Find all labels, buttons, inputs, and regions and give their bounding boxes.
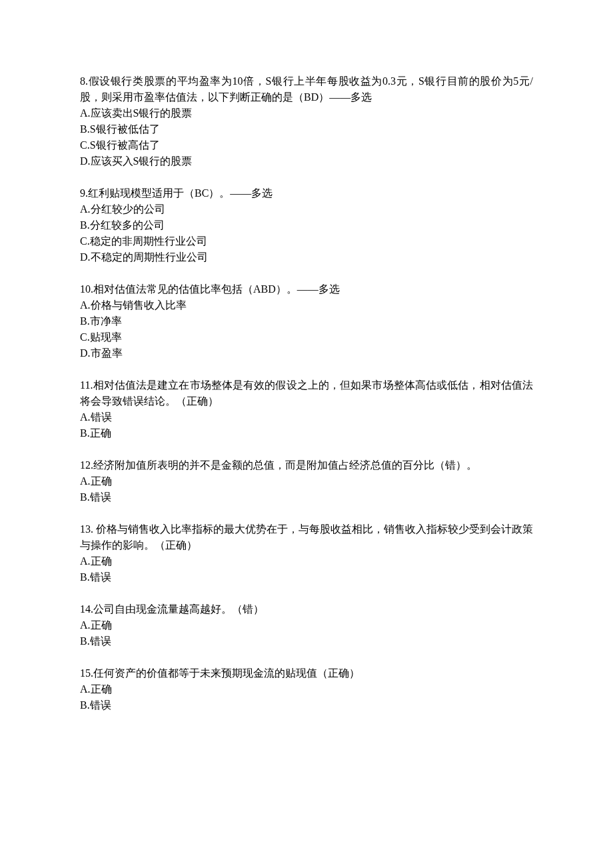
- option-b: B.市净率: [80, 313, 533, 329]
- question-12: 12.经济附加值所表明的并不是金额的总值，而是附加值占经济总值的百分比（错）。 …: [80, 457, 533, 505]
- question-stem: 14.公司自由现金流量越高越好。（错）: [80, 601, 533, 617]
- question-stem: 9.红利贴现模型适用于（BC）。——多选: [80, 185, 533, 201]
- question-13: 13. 价格与销售收入比率指标的最大优势在于，与每股收益相比，销售收入指标较少受…: [80, 521, 533, 585]
- option-a: A.分红较少的公司: [80, 201, 533, 217]
- question-8: 8.假设银行类股票的平均盈率为10倍，S银行上半年每股收益为0.3元，S银行目前…: [80, 73, 533, 169]
- option-a: A.正确: [80, 681, 533, 697]
- question-10: 10.相对估值法常见的估值比率包括（ABD）。——多选 A.价格与销售收入比率 …: [80, 281, 533, 361]
- option-a: A.价格与销售收入比率: [80, 297, 533, 313]
- option-b: B.错误: [80, 697, 533, 713]
- question-11: 11.相对估值法是建立在市场整体是有效的假设之上的，但如果市场整体高估或低估，相…: [80, 377, 533, 441]
- option-b: B.S银行被低估了: [80, 121, 533, 137]
- question-stem: 8.假设银行类股票的平均盈率为10倍，S银行上半年每股收益为0.3元，S银行目前…: [80, 73, 533, 105]
- document-content: 8.假设银行类股票的平均盈率为10倍，S银行上半年每股收益为0.3元，S银行目前…: [80, 73, 533, 713]
- option-a: A.正确: [80, 473, 533, 489]
- question-stem: 10.相对估值法常见的估值比率包括（ABD）。——多选: [80, 281, 533, 297]
- option-b: B.错误: [80, 489, 533, 505]
- option-b: B.正确: [80, 425, 533, 441]
- option-d: D.不稳定的周期性行业公司: [80, 249, 533, 265]
- question-9: 9.红利贴现模型适用于（BC）。——多选 A.分红较少的公司 B.分红较多的公司…: [80, 185, 533, 265]
- option-d: D.应该买入S银行的股票: [80, 153, 533, 169]
- option-a: A.正确: [80, 553, 533, 569]
- option-d: D.市盈率: [80, 345, 533, 361]
- option-b: B.错误: [80, 633, 533, 649]
- option-c: C.贴现率: [80, 329, 533, 345]
- option-c: C.S银行被高估了: [80, 137, 533, 153]
- option-a: A.正确: [80, 617, 533, 633]
- question-stem: 12.经济附加值所表明的并不是金额的总值，而是附加值占经济总值的百分比（错）。: [80, 457, 533, 473]
- question-15: 15.任何资产的价值都等于未来预期现金流的贴现值（正确） A.正确 B.错误: [80, 665, 533, 713]
- question-stem: 15.任何资产的价值都等于未来预期现金流的贴现值（正确）: [80, 665, 533, 681]
- question-stem: 11.相对估值法是建立在市场整体是有效的假设之上的，但如果市场整体高估或低估，相…: [80, 377, 533, 409]
- option-b: B.分红较多的公司: [80, 217, 533, 233]
- option-c: C.稳定的非周期性行业公司: [80, 233, 533, 249]
- option-b: B.错误: [80, 569, 533, 585]
- question-stem: 13. 价格与销售收入比率指标的最大优势在于，与每股收益相比，销售收入指标较少受…: [80, 521, 533, 553]
- option-a: A.错误: [80, 409, 533, 425]
- question-14: 14.公司自由现金流量越高越好。（错） A.正确 B.错误: [80, 601, 533, 649]
- option-a: A.应该卖出S银行的股票: [80, 105, 533, 121]
